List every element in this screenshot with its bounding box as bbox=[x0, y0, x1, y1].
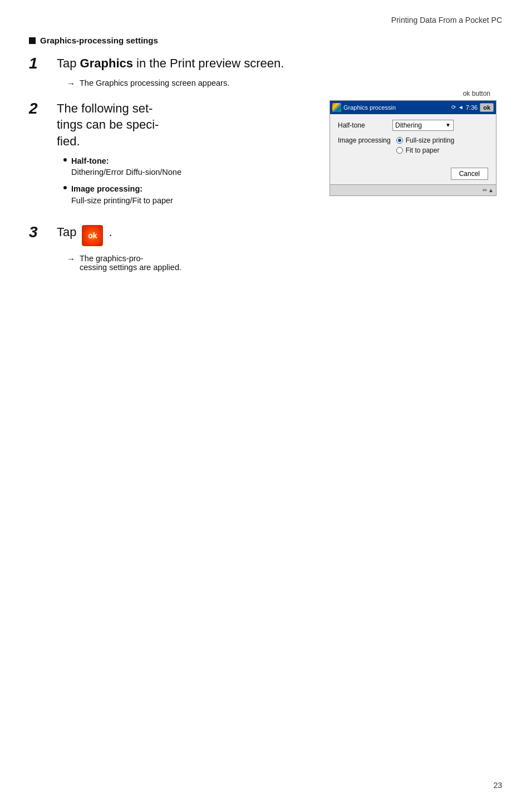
step-2-number: 2 bbox=[29, 100, 47, 212]
ok-icon: ok bbox=[82, 225, 103, 246]
step-1-bold: Graphics bbox=[80, 56, 133, 70]
radio-fitpaper-icon bbox=[396, 147, 403, 154]
step-1-text: Tap Graphics in the Print preview screen… bbox=[57, 55, 502, 72]
cancel-btn-row: Cancel bbox=[330, 165, 496, 184]
step-1: 1 Tap Graphics in the Print preview scre… bbox=[29, 55, 502, 88]
halftone-value: Dithering bbox=[395, 121, 422, 129]
titlebar-left: Graphics processin bbox=[332, 103, 396, 112]
section-heading-text: Graphics-processing settings bbox=[40, 36, 158, 45]
step-2-right: ok button Graphics processin ⟳ ◄ 7: bbox=[330, 100, 502, 196]
cancel-button[interactable]: Cancel bbox=[451, 168, 488, 180]
step-2: 2 The following set- tings can be speci-… bbox=[29, 100, 502, 212]
step-1-number: 1 bbox=[29, 55, 47, 88]
titlebar: Graphics processin ⟳ ◄ 7:36 ok bbox=[330, 101, 496, 114]
titlebar-title: Graphics processin bbox=[343, 104, 396, 111]
edit-icon: ✏ bbox=[483, 187, 487, 193]
header-title: Printing Data From a Pocket PC bbox=[391, 16, 502, 25]
step-1-arrow-note: → The Graphics processing screen appears… bbox=[67, 79, 502, 88]
list-item-image: Image processing: Full-size printing/Fit… bbox=[63, 183, 318, 206]
step-1-note-text: The Graphics processing screen appears. bbox=[80, 79, 229, 87]
image-processing-label: Image processing bbox=[338, 136, 391, 144]
bottom-icons: ✏ ▲ bbox=[483, 187, 494, 193]
halftone-select[interactable]: Dithering ▼ bbox=[392, 120, 454, 131]
bullet-dot-1 bbox=[63, 158, 67, 162]
tap-text: Tap bbox=[57, 224, 76, 241]
section-heading: Graphics-processing settings bbox=[29, 36, 502, 45]
ok-button[interactable]: ok bbox=[480, 103, 494, 112]
pocket-pc-screenshot: ok button Graphics processin ⟳ ◄ 7: bbox=[330, 100, 496, 196]
radio-fitpaper[interactable]: Fit to paper bbox=[396, 146, 454, 154]
step-1-content: Tap Graphics in the Print preview screen… bbox=[57, 55, 502, 88]
image-processing-radio-group: Full-size printing Fit to paper bbox=[396, 136, 454, 154]
bullet-dot-2 bbox=[63, 186, 67, 189]
page-header: Printing Data From a Pocket PC bbox=[0, 0, 531, 25]
app-icon bbox=[332, 103, 341, 112]
image-processing-text: Image processing: Full-size printing/Fit… bbox=[71, 183, 173, 206]
radio-fullsize-icon bbox=[396, 137, 403, 144]
volume-icon: ◄ bbox=[458, 104, 464, 110]
step-3-content: Tap ok . → The graphics-pro- cessing set… bbox=[57, 224, 502, 272]
image-processing-row: Image processing Full-size printing Fit … bbox=[338, 136, 488, 154]
step-2-left: The following set- tings can be speci- f… bbox=[57, 100, 318, 212]
ok-button-label: ok button bbox=[463, 90, 490, 97]
arrow-icon: → bbox=[67, 79, 75, 88]
halftone-row: Half-tone Dithering ▼ bbox=[338, 120, 488, 131]
step-2-text: The following set- tings can be speci- f… bbox=[57, 100, 318, 150]
form-area: Half-tone Dithering ▼ Image processing bbox=[330, 114, 496, 165]
settings-list: Half-tone: Dithering/Error Diffu-sion/No… bbox=[63, 155, 318, 206]
dropdown-arrow-icon: ▼ bbox=[445, 122, 451, 128]
rotate-icon: ⟳ bbox=[451, 104, 456, 110]
fullsize-label: Full-size printing bbox=[406, 136, 454, 144]
period-text: . bbox=[109, 224, 112, 241]
halftone-label: Half-tone bbox=[338, 121, 388, 129]
list-item-halftone: Half-tone: Dithering/Error Diffu-sion/No… bbox=[63, 155, 318, 178]
arrow-icon-3: → bbox=[67, 254, 75, 263]
halftone-text: Half-tone: Dithering/Error Diffu-sion/No… bbox=[71, 155, 181, 178]
step-3-number: 3 bbox=[29, 224, 47, 272]
bottom-bar: ✏ ▲ bbox=[330, 184, 496, 195]
fit-label: Fit to paper bbox=[406, 146, 440, 154]
radio-fullsize[interactable]: Full-size printing bbox=[396, 136, 454, 144]
up-icon: ▲ bbox=[488, 187, 494, 193]
step-3-row: Tap ok . bbox=[57, 224, 502, 247]
step-2-content: The following set- tings can be speci- f… bbox=[57, 100, 502, 212]
step-3-arrow-note: → The graphics-pro- cessing settings are… bbox=[67, 254, 502, 272]
titlebar-controls: ⟳ ◄ 7:36 ok bbox=[451, 103, 494, 112]
step-3-note: The graphics-pro- cessing settings are a… bbox=[80, 254, 181, 272]
bullet-icon bbox=[29, 37, 36, 44]
time-display: 7:36 bbox=[466, 104, 478, 111]
page-number: 23 bbox=[493, 781, 502, 790]
step-3: 3 Tap ok . → The graphics-pro- cessing s… bbox=[29, 224, 502, 272]
